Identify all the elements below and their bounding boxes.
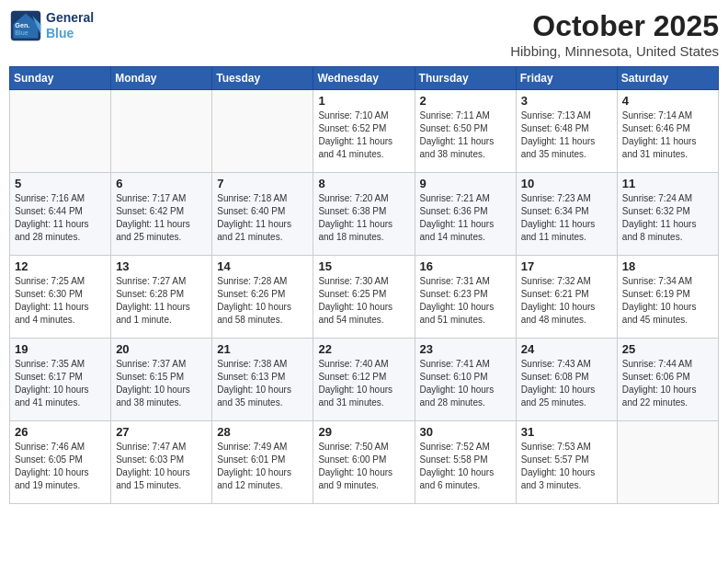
day-number: 3 (521, 94, 612, 108)
day-info: Sunrise: 7:43 AM Sunset: 6:08 PM Dayligh… (521, 358, 612, 409)
calendar-cell: 29Sunrise: 7:50 AM Sunset: 6:00 PM Dayli… (313, 421, 415, 504)
day-info: Sunrise: 7:11 AM Sunset: 6:50 PM Dayligh… (420, 109, 511, 161)
day-info: Sunrise: 7:23 AM Sunset: 6:34 PM Dayligh… (521, 192, 612, 244)
day-number: 13 (116, 259, 207, 273)
svg-text:Blue: Blue (15, 29, 28, 37)
week-row-2: 5Sunrise: 7:16 AM Sunset: 6:44 PM Daylig… (10, 173, 719, 256)
calendar-cell: 23Sunrise: 7:41 AM Sunset: 6:10 PM Dayli… (415, 339, 516, 421)
calendar-cell: 13Sunrise: 7:27 AM Sunset: 6:28 PM Dayli… (111, 256, 212, 339)
day-info: Sunrise: 7:28 AM Sunset: 6:26 PM Dayligh… (217, 275, 308, 327)
day-info: Sunrise: 7:46 AM Sunset: 6:05 PM Dayligh… (15, 441, 106, 492)
day-number: 30 (420, 425, 511, 439)
day-number: 28 (217, 425, 308, 439)
day-number: 29 (318, 425, 409, 439)
day-info: Sunrise: 7:40 AM Sunset: 6:12 PM Dayligh… (318, 358, 409, 409)
day-number: 22 (318, 342, 409, 356)
calendar-cell: 2Sunrise: 7:11 AM Sunset: 6:50 PM Daylig… (415, 90, 516, 173)
calendar-cell: 22Sunrise: 7:40 AM Sunset: 6:12 PM Dayli… (313, 339, 415, 421)
calendar-cell: 4Sunrise: 7:14 AM Sunset: 6:46 PM Daylig… (617, 90, 718, 173)
day-number: 4 (622, 94, 713, 108)
weekday-header-row: SundayMondayTuesdayWednesdayThursdayFrid… (10, 67, 719, 90)
day-info: Sunrise: 7:52 AM Sunset: 5:58 PM Dayligh… (420, 441, 511, 492)
day-number: 2 (420, 94, 511, 108)
day-number: 24 (521, 342, 612, 356)
calendar-cell: 6Sunrise: 7:17 AM Sunset: 6:42 PM Daylig… (111, 173, 212, 256)
day-info: Sunrise: 7:18 AM Sunset: 6:40 PM Dayligh… (217, 192, 308, 244)
day-number: 10 (521, 177, 612, 190)
day-info: Sunrise: 7:30 AM Sunset: 6:25 PM Dayligh… (318, 275, 409, 327)
calendar-cell: 9Sunrise: 7:21 AM Sunset: 6:36 PM Daylig… (415, 173, 516, 256)
calendar-cell (212, 90, 313, 173)
day-info: Sunrise: 7:17 AM Sunset: 6:42 PM Dayligh… (116, 192, 207, 244)
day-info: Sunrise: 7:35 AM Sunset: 6:17 PM Dayligh… (15, 358, 106, 409)
calendar-cell: 15Sunrise: 7:30 AM Sunset: 6:25 PM Dayli… (313, 256, 415, 339)
day-info: Sunrise: 7:38 AM Sunset: 6:13 PM Dayligh… (217, 358, 308, 409)
day-number: 19 (15, 342, 106, 356)
calendar-cell (111, 90, 212, 173)
location-subtitle: Hibbing, Minnesota, United States (510, 43, 719, 59)
calendar-cell (10, 90, 111, 173)
day-info: Sunrise: 7:21 AM Sunset: 6:36 PM Dayligh… (420, 192, 511, 244)
day-number: 8 (318, 177, 409, 190)
weekday-header-monday: Monday (111, 67, 212, 90)
day-info: Sunrise: 7:27 AM Sunset: 6:28 PM Dayligh… (116, 275, 207, 327)
calendar-cell: 1Sunrise: 7:10 AM Sunset: 6:52 PM Daylig… (313, 90, 415, 173)
weekday-header-thursday: Thursday (415, 67, 516, 90)
day-info: Sunrise: 7:32 AM Sunset: 6:21 PM Dayligh… (521, 275, 612, 327)
day-number: 17 (521, 259, 612, 273)
calendar-cell: 12Sunrise: 7:25 AM Sunset: 6:30 PM Dayli… (10, 256, 111, 339)
day-info: Sunrise: 7:13 AM Sunset: 6:48 PM Dayligh… (521, 109, 612, 161)
weekday-header-tuesday: Tuesday (212, 67, 313, 90)
day-info: Sunrise: 7:44 AM Sunset: 6:06 PM Dayligh… (622, 358, 713, 409)
day-info: Sunrise: 7:41 AM Sunset: 6:10 PM Dayligh… (420, 358, 511, 409)
day-info: Sunrise: 7:47 AM Sunset: 6:03 PM Dayligh… (116, 441, 207, 492)
calendar-cell: 25Sunrise: 7:44 AM Sunset: 6:06 PM Dayli… (617, 339, 718, 421)
calendar-cell: 24Sunrise: 7:43 AM Sunset: 6:08 PM Dayli… (516, 339, 617, 421)
day-number: 21 (217, 342, 308, 356)
day-number: 23 (420, 342, 511, 356)
logo-icon: Gen. Blue (9, 9, 42, 42)
week-row-1: 1Sunrise: 7:10 AM Sunset: 6:52 PM Daylig… (10, 90, 719, 173)
calendar-cell: 19Sunrise: 7:35 AM Sunset: 6:17 PM Dayli… (10, 339, 111, 421)
logo-text: General Blue (46, 10, 94, 41)
week-row-5: 26Sunrise: 7:46 AM Sunset: 6:05 PM Dayli… (10, 421, 719, 504)
day-number: 25 (622, 342, 713, 356)
week-row-4: 19Sunrise: 7:35 AM Sunset: 6:17 PM Dayli… (10, 339, 719, 421)
calendar-cell: 8Sunrise: 7:20 AM Sunset: 6:38 PM Daylig… (313, 173, 415, 256)
weekday-header-wednesday: Wednesday (313, 67, 415, 90)
day-info: Sunrise: 7:16 AM Sunset: 6:44 PM Dayligh… (15, 192, 106, 244)
day-info: Sunrise: 7:14 AM Sunset: 6:46 PM Dayligh… (622, 109, 713, 161)
day-number: 31 (521, 425, 612, 439)
weekday-header-saturday: Saturday (617, 67, 718, 90)
day-number: 14 (217, 259, 308, 273)
weekday-header-sunday: Sunday (10, 67, 111, 90)
title-section: October 2025 Hibbing, Minnesota, United … (510, 9, 719, 59)
calendar-cell: 14Sunrise: 7:28 AM Sunset: 6:26 PM Dayli… (212, 256, 313, 339)
calendar-table: SundayMondayTuesdayWednesdayThursdayFrid… (9, 66, 719, 504)
day-number: 6 (116, 177, 207, 190)
calendar-cell: 11Sunrise: 7:24 AM Sunset: 6:32 PM Dayli… (617, 173, 718, 256)
day-info: Sunrise: 7:50 AM Sunset: 6:00 PM Dayligh… (318, 441, 409, 492)
day-number: 26 (15, 425, 106, 439)
day-info: Sunrise: 7:49 AM Sunset: 6:01 PM Dayligh… (217, 441, 308, 492)
page-header: Gen. Blue General Blue October 2025 Hibb… (9, 9, 719, 59)
calendar-cell: 20Sunrise: 7:37 AM Sunset: 6:15 PM Dayli… (111, 339, 212, 421)
weekday-header-friday: Friday (516, 67, 617, 90)
day-number: 9 (420, 177, 511, 190)
day-info: Sunrise: 7:20 AM Sunset: 6:38 PM Dayligh… (318, 192, 409, 244)
day-number: 18 (622, 259, 713, 273)
day-number: 7 (217, 177, 308, 190)
day-number: 12 (15, 259, 106, 273)
week-row-3: 12Sunrise: 7:25 AM Sunset: 6:30 PM Dayli… (10, 256, 719, 339)
day-number: 1 (318, 94, 409, 108)
calendar-cell: 5Sunrise: 7:16 AM Sunset: 6:44 PM Daylig… (10, 173, 111, 256)
calendar-cell: 7Sunrise: 7:18 AM Sunset: 6:40 PM Daylig… (212, 173, 313, 256)
day-info: Sunrise: 7:24 AM Sunset: 6:32 PM Dayligh… (622, 192, 713, 244)
calendar-cell: 27Sunrise: 7:47 AM Sunset: 6:03 PM Dayli… (111, 421, 212, 504)
day-info: Sunrise: 7:37 AM Sunset: 6:15 PM Dayligh… (116, 358, 207, 409)
day-number: 15 (318, 259, 409, 273)
calendar-cell: 26Sunrise: 7:46 AM Sunset: 6:05 PM Dayli… (10, 421, 111, 504)
month-title: October 2025 (510, 9, 719, 43)
day-info: Sunrise: 7:31 AM Sunset: 6:23 PM Dayligh… (420, 275, 511, 327)
calendar-cell: 21Sunrise: 7:38 AM Sunset: 6:13 PM Dayli… (212, 339, 313, 421)
